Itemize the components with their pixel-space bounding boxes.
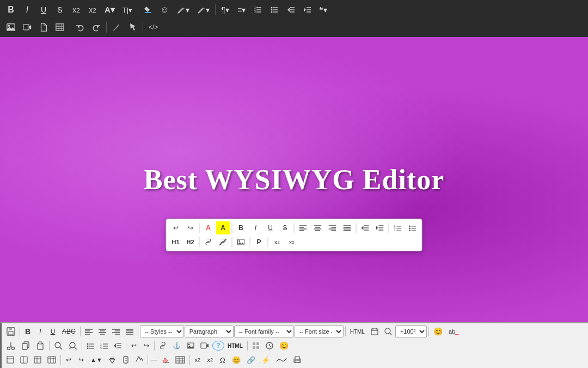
mini-align-right-button[interactable] [326,221,340,234]
font-family-select[interactable]: -- Font family -- [234,325,294,337]
bot-replace-button[interactable] [66,340,80,352]
mini-ordered-list-button[interactable]: 1.2.3. [391,221,405,234]
bot-row3-btn5[interactable]: ▲▼ [88,354,105,366]
bot-row3-btn7[interactable] [119,354,132,366]
file-insert-button[interactable] [36,20,51,34]
bot-emoji2-button[interactable]: 😊 [229,354,243,366]
bot-eraser-button[interactable] [159,354,172,366]
bot-clock-button[interactable] [263,340,276,352]
bot-table-btn[interactable] [173,354,188,366]
bot-row3-btn1[interactable] [4,354,17,366]
mini-align-left-button[interactable] [296,221,310,234]
paragraph-button[interactable]: ¶▾ [218,3,233,17]
bot-row3-btn3[interactable] [31,354,44,366]
subscript-button[interactable]: x2 [69,3,84,17]
redo-button[interactable] [89,20,104,34]
mini-paragraph-button[interactable]: P [252,236,266,249]
zoom-select[interactable]: +100% [395,325,427,337]
mini-align-center-button[interactable] [311,221,325,234]
mini-justify-button[interactable] [340,221,354,234]
bot-emotion-button[interactable]: 😊 [277,340,291,352]
highlight-button[interactable] [140,3,156,17]
font-size-select[interactable]: -- Font size -- [295,325,344,337]
select-button[interactable] [125,20,140,34]
bot-html-source-button[interactable]: HTML [225,340,246,352]
mini-bold-button[interactable]: B [234,221,248,234]
bot-align-left-button[interactable] [82,325,95,337]
bot-special-button[interactable]: 🔗 [244,354,258,366]
bot-anchor-button[interactable]: ⚓ [170,340,183,352]
mini-link-button[interactable] [201,236,216,249]
align-button[interactable]: ≡▾ [234,3,249,17]
bot-bold-button[interactable]: B [22,325,34,337]
bot-copy-button[interactable] [19,340,33,352]
mini-unlink-button[interactable] [216,236,230,249]
ordered-list-button[interactable]: 123 [250,3,266,17]
bot-link-button[interactable] [156,340,169,352]
bot-undo2-button[interactable]: ↩ [63,354,75,366]
bot-align-center-button[interactable] [96,325,109,337]
bot-date-button[interactable] [368,325,381,337]
bot-undo-button[interactable]: ↩ [128,340,140,352]
mini-undo-button[interactable]: ↩ [169,221,183,234]
bot-zoom-button[interactable] [382,325,395,337]
font-size-button[interactable]: T|▾ [119,3,136,17]
italic-button[interactable]: I [20,3,35,17]
bot-indent-decrease-button[interactable] [111,340,124,352]
bot-redo2-button[interactable]: ↪ [75,354,87,366]
emoji-button[interactable]: ☺ [157,3,172,17]
bot-strikethrough-button[interactable]: ABC [59,325,78,337]
mini-image-button[interactable] [234,236,248,249]
bot-justify-button[interactable] [123,325,136,337]
mini-highlight-color-button[interactable]: A [216,221,230,234]
bot-template-button[interactable] [249,340,262,352]
bot-spell-button[interactable]: ab_ [446,325,461,337]
mini-unordered-list-button[interactable] [406,221,420,234]
bot-italic-button[interactable]: I [34,325,46,337]
bot-row3-btn2[interactable] [17,354,30,366]
bot-help-button[interactable]: ? [212,341,224,351]
pencil-button[interactable]: ▾ [174,3,193,17]
mini-strikethrough-button[interactable]: S [278,221,292,234]
video-insert-button[interactable] [20,20,35,34]
paragraph-select[interactable]: Paragraph [185,325,234,337]
mini-h2-button[interactable]: H2 [183,236,198,249]
bot-subscript2-button[interactable]: x2 [192,354,204,366]
draw-button[interactable] [109,20,124,34]
table-insert-button[interactable] [52,20,68,34]
indent-decrease-button[interactable] [283,3,298,17]
blockquote-button[interactable]: ❝▾ [316,3,331,17]
source-button[interactable]: </> [145,20,161,34]
marker-button[interactable]: ▾ [194,3,213,17]
bot-omega-button[interactable]: Ω [217,354,229,366]
mini-subscript-button[interactable]: x2 [270,236,284,249]
bot-underline-button[interactable]: U [47,325,59,337]
bot-find-button[interactable] [51,340,65,352]
mini-font-color-button[interactable]: A [201,221,216,234]
bot-redo-button[interactable]: ↪ [140,340,152,352]
mini-indent-left-button[interactable] [358,221,372,234]
bot-cut-button[interactable] [4,340,18,352]
bot-signature-button[interactable] [273,354,290,366]
unordered-list-button[interactable] [267,3,282,17]
bot-row3-btn6[interactable] [106,354,119,366]
bot-image-button[interactable] [184,340,197,352]
font-color-button[interactable]: A▾ [101,3,118,17]
mini-redo-button[interactable]: ↪ [183,221,198,234]
superscript-button[interactable]: x2 [85,3,100,17]
bot-video-button[interactable] [198,340,212,352]
bot-row3-btn4[interactable] [45,354,59,366]
undo-button[interactable] [72,20,88,34]
mini-h1-button[interactable]: H1 [169,236,183,249]
underline-button[interactable]: U [36,3,51,17]
bot-unordered-list-button[interactable] [84,340,97,352]
bot-superscript2-button[interactable]: x2 [204,354,216,366]
bot-print-button[interactable] [290,354,304,366]
bot-ordered-list-button[interactable]: 1.2.3. [97,340,111,352]
bot-paste-button[interactable] [33,340,47,352]
bot-row3-btn8[interactable] [133,354,146,366]
canvas-area[interactable]: Best WYSIWYG Editor ↩ ↪ A A B I U S [0,37,588,322]
bot-smiley-button[interactable]: 😊 [431,325,445,337]
styles-select[interactable]: -- Styles -- [140,325,184,337]
mini-indent-right-button[interactable] [373,221,387,234]
